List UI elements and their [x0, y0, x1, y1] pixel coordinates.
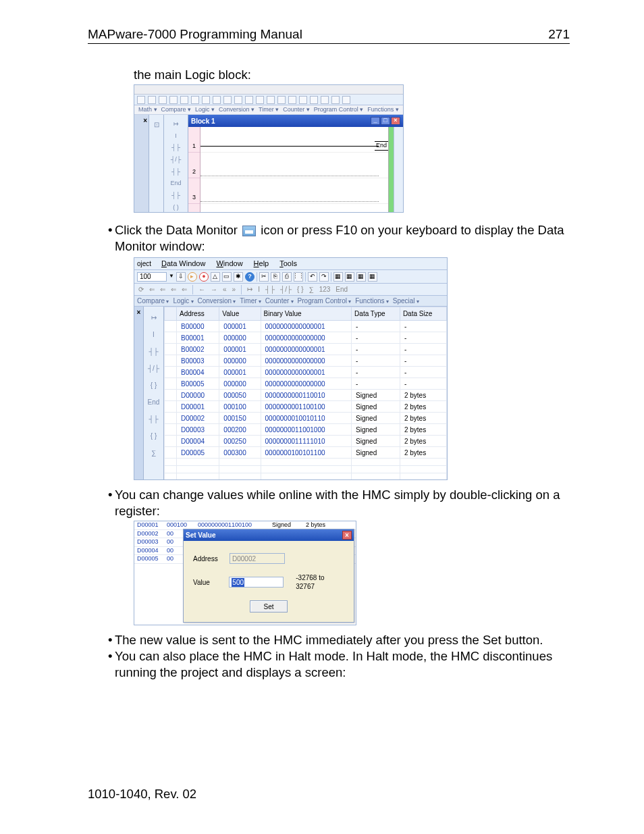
nav-17[interactable]: 123 [319, 285, 331, 294]
redo-icon[interactable]: ↷ [319, 272, 329, 282]
value-input[interactable]: 500 [229, 577, 284, 588]
close-button[interactable]: × [391, 117, 400, 125]
nav-2[interactable]: ⇐ [160, 285, 165, 294]
sp-0[interactable]: ↦ [151, 313, 157, 322]
undo-icon[interactable]: ↶ [308, 272, 317, 282]
col-address[interactable]: Address [177, 307, 219, 321]
table-row[interactable]: B000030000000000000000000000-- [165, 355, 447, 367]
nav-8[interactable]: « [223, 285, 227, 294]
play-icon[interactable]: ▸ [188, 272, 197, 282]
tbl2-icon[interactable]: ▦ [345, 272, 354, 282]
tbl3-icon[interactable]: ▦ [356, 272, 366, 282]
close-button[interactable]: × [342, 531, 352, 540]
cat-program-control[interactable]: Program Control ▾ [314, 106, 364, 114]
screen-icon[interactable]: ▭ [222, 272, 232, 282]
nav-14[interactable]: ┤/├ [280, 285, 292, 294]
tbl-icon[interactable]: ▦ [333, 272, 343, 282]
nav-18[interactable]: End [336, 285, 348, 294]
nav-3[interactable]: ⇐ [171, 285, 176, 294]
table-row[interactable]: D000040002500000000011111010Signed2 byte… [165, 436, 447, 447]
cat-timer[interactable]: Timer ▾ [259, 106, 279, 114]
table-row[interactable]: B000020000010000000000000001-- [165, 344, 447, 355]
zoom-input[interactable]: 100 [137, 272, 167, 282]
nav-1[interactable]: ⇐ [149, 285, 155, 294]
cat-conversion[interactable]: Conversion ▾ [219, 106, 254, 114]
nav-11[interactable]: ↦ [247, 285, 252, 294]
cat2-timer[interactable]: Timer [240, 296, 261, 305]
cat2-program-control[interactable]: Program Control [298, 296, 352, 305]
table-row[interactable]: D000010001000000000001100100Signed2 byte… [165, 401, 447, 413]
cat2-functions[interactable]: Functions [355, 296, 389, 305]
table-row-empty[interactable] [165, 473, 447, 481]
nav-9[interactable]: » [232, 285, 236, 294]
nav-7[interactable]: → [211, 285, 217, 294]
col-datasize[interactable]: Data Size [400, 307, 446, 321]
nav-15[interactable]: { } [297, 285, 303, 294]
stop-icon[interactable]: ● [199, 272, 209, 282]
pane-close[interactable]: × [134, 115, 149, 212]
menu-help[interactable]: Help [254, 259, 269, 268]
menu-tools[interactable]: Tools [279, 259, 297, 268]
tool-end[interactable]: End [170, 180, 181, 188]
nav-16[interactable]: ∑ [309, 285, 314, 294]
cat2-special[interactable]: Special [393, 296, 419, 305]
tool-rail[interactable]: ↦ [173, 120, 179, 128]
tbl4-icon[interactable]: ▦ [368, 272, 377, 282]
menu-data-window[interactable]: Data Window [161, 259, 205, 268]
sp-3[interactable]: ┤/├ [148, 364, 159, 373]
menu-window[interactable]: Window [216, 259, 242, 268]
nav-13[interactable]: ┤├ [265, 285, 275, 294]
sp-7[interactable]: { } [151, 432, 157, 440]
paste-icon[interactable]: ⎙ [282, 272, 292, 282]
sp-6[interactable]: ┤├ [149, 415, 158, 423]
table-row-empty[interactable] [165, 466, 447, 473]
cat-compare[interactable]: Compare ▾ [161, 106, 192, 114]
maximize-button[interactable]: □ [381, 117, 390, 125]
table-row-empty[interactable] [165, 459, 447, 466]
sp-5[interactable]: End [148, 398, 160, 407]
table-row[interactable]: D000030002000000000011001000Signed2 byte… [165, 424, 447, 436]
cat-counter[interactable]: Counter ▾ [283, 106, 310, 114]
table-row[interactable]: B000040000010000000000000001-- [165, 367, 447, 378]
table-row[interactable]: D000000000500000000000110010Signed2 byte… [165, 390, 447, 401]
cut-icon[interactable]: ✂ [259, 272, 269, 282]
help-icon[interactable]: ? [245, 272, 254, 282]
table-row[interactable]: D000020001500000000010010110Signed2 byte… [165, 413, 447, 424]
set-button[interactable]: Set [250, 600, 288, 613]
pane-close-2[interactable]: × [134, 307, 144, 479]
tool-i[interactable]: I [175, 132, 177, 140]
nav-12[interactable]: I [258, 285, 260, 294]
cat2-counter[interactable]: Counter [265, 296, 294, 305]
sp-8[interactable]: ∑ [151, 448, 156, 457]
tool-coil[interactable]: ( ) [173, 204, 179, 212]
download-icon[interactable]: ⇩ [176, 272, 186, 282]
table-row[interactable]: B000050000000000000000000000-- [165, 378, 447, 390]
cat-math[interactable]: Math ▾ [138, 106, 157, 114]
table-row[interactable]: D000050003000000000100101100Signed2 byte… [165, 447, 447, 459]
tool-no[interactable]: ┤├ [171, 144, 180, 152]
gear-icon[interactable]: ✱ [234, 272, 243, 282]
sp-4[interactable]: { } [151, 381, 157, 390]
cat-logic[interactable]: Logic ▾ [195, 106, 215, 114]
tool-no3[interactable]: ┤├ [171, 192, 180, 200]
ladder-rows[interactable]: End [200, 127, 388, 212]
nav-4[interactable]: ⇐ [182, 285, 187, 294]
sp-2[interactable]: ┤├ [149, 347, 158, 356]
sp-1[interactable]: I [153, 330, 155, 339]
scrollbar[interactable] [394, 127, 403, 212]
copy-icon[interactable]: ⎘ [271, 272, 280, 282]
nav-0[interactable]: ⟳ [138, 285, 144, 294]
minimize-button[interactable]: _ [371, 117, 380, 125]
col-binary[interactable]: Binary Value [261, 307, 352, 321]
cat2-compare[interactable]: Compare [137, 296, 169, 305]
tool-no2[interactable]: ┤├ [171, 168, 180, 176]
col-value[interactable]: Value [219, 307, 261, 321]
cat-functions[interactable]: Functions ▾ [367, 106, 399, 114]
grid-icon[interactable]: ⋮⋮ [294, 272, 303, 282]
table-row[interactable]: B000010000000000000000000000-- [165, 332, 447, 344]
cat2-conversion[interactable]: Conversion [198, 296, 236, 305]
table-row[interactable]: B000000000010000000000000001-- [165, 321, 447, 332]
menu-project[interactable]: oject [137, 259, 151, 268]
col-datatype[interactable]: Data Type [352, 307, 400, 321]
warn-icon[interactable]: △ [211, 272, 220, 282]
